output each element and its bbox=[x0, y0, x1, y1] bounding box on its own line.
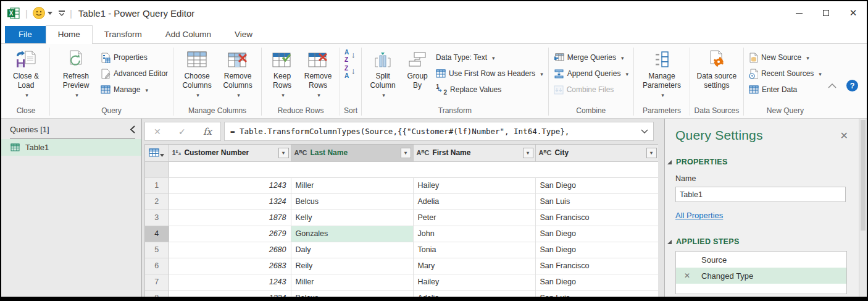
column-header-customer-number[interactable]: 1²₃ Customer Number bbox=[169, 145, 291, 161]
maximize-button[interactable] bbox=[812, 1, 840, 25]
close-and-load-button[interactable]: Close & Load bbox=[6, 47, 46, 100]
cell[interactable]: Adelia bbox=[413, 193, 535, 210]
row-number[interactable]: 4 bbox=[145, 226, 169, 242]
cell[interactable]: Belcus bbox=[291, 290, 413, 297]
row-number[interactable]: 2 bbox=[145, 193, 169, 210]
column-header-last-name[interactable]: AᴮC Last Name bbox=[291, 145, 413, 161]
cell[interactable]: 1878 bbox=[169, 210, 291, 226]
tab-file[interactable]: File bbox=[5, 26, 46, 43]
cell[interactable]: Kelly bbox=[291, 210, 413, 226]
query-list-item-table1[interactable]: Table1 bbox=[1, 139, 141, 156]
cell[interactable]: Belcus bbox=[291, 193, 413, 210]
cell[interactable]: Gonzales bbox=[291, 226, 413, 242]
tab-add-column[interactable]: Add Column bbox=[154, 26, 223, 43]
cell[interactable]: San Luis bbox=[535, 290, 658, 297]
filter-button[interactable] bbox=[278, 148, 289, 158]
filter-button[interactable] bbox=[646, 148, 657, 158]
cell[interactable]: John bbox=[413, 226, 535, 242]
cell[interactable]: Mary bbox=[413, 258, 535, 274]
sort-descending-button[interactable]: ZA↓ bbox=[343, 65, 358, 80]
cell[interactable]: Peter bbox=[413, 210, 535, 226]
cell[interactable]: San Diego bbox=[535, 226, 658, 242]
filter-button[interactable] bbox=[523, 148, 533, 158]
help-button[interactable]: ? bbox=[846, 80, 858, 91]
recent-sources-button[interactable]: Recent Sources bbox=[747, 66, 824, 82]
collapse-pane-button[interactable] bbox=[130, 125, 135, 134]
cell[interactable]: San Diego bbox=[535, 274, 658, 290]
quick-access-smiley-button[interactable] bbox=[33, 7, 52, 19]
row-number[interactable]: 6 bbox=[145, 258, 169, 274]
cell[interactable]: 1324 bbox=[169, 290, 291, 297]
remove-columns-button[interactable]: Remove Columns bbox=[217, 47, 258, 100]
data-type-button[interactable]: Data Type: Text bbox=[434, 49, 545, 66]
row-number[interactable]: 7 bbox=[145, 274, 169, 290]
cancel-formula-button[interactable]: ✕ bbox=[154, 127, 161, 137]
replace-values-button[interactable]: 1↳2 Replace Values bbox=[434, 82, 545, 98]
cell[interactable]: Hailey bbox=[413, 274, 535, 290]
data-source-settings-button[interactable]: Data source settings bbox=[693, 47, 740, 90]
minimize-button[interactable] bbox=[785, 1, 812, 25]
properties-button[interactable]: Properties bbox=[99, 49, 170, 66]
tab-home[interactable]: Home bbox=[46, 25, 93, 44]
use-first-row-as-headers-button[interactable]: Use First Row as Headers bbox=[434, 66, 545, 82]
cell[interactable]: 1324 bbox=[169, 193, 291, 210]
cell[interactable]: Daly bbox=[291, 242, 413, 258]
cell[interactable]: Tonia bbox=[413, 242, 535, 258]
enter-data-button[interactable]: Enter Data bbox=[747, 82, 824, 98]
new-source-button[interactable]: New Source bbox=[747, 49, 824, 66]
formula-input[interactable]: = Table.TransformColumnTypes(Source,{{"C… bbox=[224, 122, 654, 141]
close-pane-button[interactable]: ✕ bbox=[840, 130, 848, 142]
column-header-city[interactable]: AᴮC City bbox=[535, 145, 658, 161]
split-column-button[interactable]: Split Column bbox=[365, 47, 401, 100]
group-by-button[interactable]: Group By bbox=[403, 47, 432, 90]
cell[interactable]: San Diego bbox=[535, 242, 658, 258]
applied-step-item[interactable]: ✕Changed Type bbox=[676, 268, 846, 284]
cell[interactable]: 2680 bbox=[169, 242, 291, 258]
row-number[interactable]: 8 bbox=[145, 290, 169, 297]
choose-columns-button[interactable]: Choose Columns bbox=[177, 47, 217, 100]
scrollbar-thumb[interactable] bbox=[861, 120, 866, 231]
cell[interactable]: 1243 bbox=[169, 274, 291, 290]
advanced-editor-button[interactable]: Advanced Editor bbox=[99, 66, 170, 82]
applied-steps-section-header[interactable]: APPLIED STEPS bbox=[675, 237, 867, 246]
filter-button[interactable] bbox=[401, 148, 411, 158]
manage-button[interactable]: Manage bbox=[99, 82, 170, 98]
properties-section-header[interactable]: PROPERTIES bbox=[675, 158, 867, 166]
cell[interactable]: Adelia bbox=[413, 290, 535, 297]
expand-formula-button[interactable] bbox=[636, 129, 653, 134]
cell[interactable]: Reily bbox=[291, 258, 413, 274]
commit-formula-button[interactable]: ✓ bbox=[178, 127, 186, 137]
all-properties-link[interactable]: All Properties bbox=[675, 211, 723, 220]
scrollbar[interactable] bbox=[859, 119, 867, 297]
remove-rows-button[interactable]: Remove Rows bbox=[299, 47, 336, 100]
cell[interactable]: 1243 bbox=[169, 177, 291, 193]
close-button[interactable]: ✕ bbox=[840, 1, 867, 25]
cell[interactable]: Miller bbox=[291, 274, 413, 290]
cell[interactable]: 2683 bbox=[169, 258, 291, 274]
customize-quick-access-button[interactable] bbox=[59, 11, 65, 16]
merge-queries-button[interactable]: Merge Queries bbox=[552, 49, 630, 66]
select-all-button[interactable] bbox=[145, 145, 169, 161]
collapse-ribbon-button[interactable] bbox=[828, 83, 837, 88]
cell[interactable]: 2679 bbox=[169, 226, 291, 242]
manage-parameters-button[interactable]: Manage Parameters bbox=[637, 47, 686, 100]
applied-step-item[interactable]: Source bbox=[676, 252, 846, 268]
cell[interactable]: San Diego bbox=[535, 177, 658, 193]
keep-rows-button[interactable]: Keep Rows bbox=[265, 47, 299, 100]
query-name-input[interactable] bbox=[675, 187, 846, 202]
add-step-fx-button[interactable]: fx bbox=[203, 126, 212, 137]
sort-ascending-button[interactable]: AZ↓ bbox=[343, 49, 358, 64]
row-number[interactable]: 1 bbox=[145, 177, 169, 193]
tab-transform[interactable]: Transform bbox=[93, 26, 154, 43]
cell[interactable]: San Francisco bbox=[535, 258, 658, 274]
append-queries-button[interactable]: Append Queries bbox=[552, 66, 630, 82]
cell[interactable]: San Luis bbox=[535, 193, 658, 210]
cell[interactable]: San Francisco bbox=[535, 210, 658, 226]
row-number[interactable]: 3 bbox=[145, 210, 169, 226]
tab-view[interactable]: View bbox=[223, 26, 264, 43]
column-header-first-name[interactable]: AᴮC First Name bbox=[413, 145, 535, 161]
refresh-preview-button[interactable]: Refresh Preview bbox=[53, 47, 99, 100]
cell[interactable]: Hailey bbox=[413, 177, 535, 193]
cell[interactable]: Miller bbox=[291, 177, 413, 193]
delete-step-button[interactable]: ✕ bbox=[684, 271, 690, 280]
